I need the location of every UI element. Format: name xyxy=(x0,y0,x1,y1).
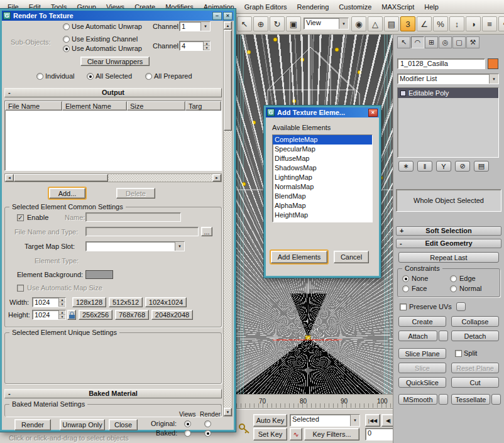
list-item[interactable]: LightingMap xyxy=(273,173,372,182)
chevron-down-icon[interactable]: ▼ xyxy=(339,18,348,29)
scroll-down-icon[interactable]: ▼ xyxy=(224,408,232,416)
attach-list-icon[interactable] xyxy=(439,331,448,341)
cut-button[interactable]: Cut xyxy=(451,377,499,388)
size-128-button[interactable]: 128x128 xyxy=(72,297,106,307)
scale-icon[interactable]: ▣ xyxy=(286,16,301,31)
column-file-name[interactable]: File Name xyxy=(5,101,62,111)
individual-radio[interactable] xyxy=(36,73,43,80)
use-auto-unwrap2-radio[interactable] xyxy=(63,45,70,52)
list-item[interactable]: CompleteMap xyxy=(273,135,372,145)
add-element-button[interactable]: Add... xyxy=(49,188,85,199)
size-256-button[interactable]: 256x256 xyxy=(79,310,112,320)
rollout-soft-selection[interactable]: + Soft Selection xyxy=(396,226,501,236)
constraint-face-radio[interactable] xyxy=(402,285,409,292)
quickslice-button[interactable]: QuickSlice xyxy=(398,377,446,388)
target-map-slot-dropdown[interactable]: ▼ xyxy=(85,241,185,251)
tab-create[interactable]: ↖ xyxy=(397,36,410,48)
baked-views-radio[interactable] xyxy=(184,430,191,437)
reset-plane-button[interactable]: Reset Plane xyxy=(451,363,499,373)
reference-coordinate-dropdown[interactable]: View ▼ xyxy=(304,18,349,30)
cancel-button[interactable]: Cancel xyxy=(334,251,369,263)
list-item[interactable]: SpecularMap xyxy=(273,145,372,154)
constraint-edge-radio[interactable] xyxy=(450,275,457,282)
curve-editor-icon[interactable]: ∿ xyxy=(498,16,504,31)
list-item[interactable]: AlphaMap xyxy=(273,201,372,211)
split-checkbox[interactable] xyxy=(455,350,462,357)
auto-key-button[interactable]: Auto Key xyxy=(253,414,287,427)
tab-hierarchy[interactable]: ⊞ xyxy=(425,36,438,48)
scroll-up-icon[interactable]: ▲ xyxy=(224,21,232,30)
height-spinner[interactable]: 1024 ▲▼ xyxy=(32,310,66,320)
rollout-baked-material[interactable]: - Baked Material xyxy=(4,389,222,398)
channel-dropdown[interactable]: 1 ▼ xyxy=(179,21,211,31)
tab-display[interactable]: ▢ xyxy=(452,36,466,48)
delete-element-button[interactable]: Delete xyxy=(116,188,155,199)
browse-button[interactable]: ... xyxy=(201,227,212,236)
spinner-down-icon[interactable]: ▼ xyxy=(204,46,210,50)
spinner-snap-icon[interactable]: ↕ xyxy=(449,16,464,31)
preserve-uvs-checkbox[interactable] xyxy=(400,304,407,310)
tessellate-settings-icon[interactable] xyxy=(491,394,501,405)
preserve-uvs-settings-icon[interactable] xyxy=(456,302,466,311)
slice-button[interactable]: Slice xyxy=(398,363,446,373)
elements-listbox[interactable]: CompleteMap SpecularMap DiffuseMap Shado… xyxy=(272,134,373,222)
menu-item-help[interactable]: Help xyxy=(419,1,444,13)
key-filters-button[interactable]: Key Filters... xyxy=(304,428,359,440)
detach-button[interactable]: Detach xyxy=(451,331,499,341)
go-to-start-icon[interactable]: |◀◀ xyxy=(365,414,380,427)
size-768-button[interactable]: 768x768 xyxy=(115,310,149,320)
rollout-edit-geometry[interactable]: - Edit Geometry xyxy=(396,239,501,248)
size-512-button[interactable]: 512x512 xyxy=(109,297,143,307)
close-button[interactable]: Close xyxy=(109,419,138,430)
rollout-output[interactable]: - Output xyxy=(4,88,222,97)
unwrap-only-button[interactable]: Unwrap Only xyxy=(60,419,105,430)
chevron-down-icon[interactable]: ▼ xyxy=(175,242,184,251)
list-item[interactable]: ShadowsMap xyxy=(273,163,372,173)
list-item[interactable]: DiffuseMap xyxy=(273,154,372,163)
list-item[interactable]: NormalsMap xyxy=(273,182,372,192)
column-target[interactable]: Targ xyxy=(185,101,221,111)
select-manipulate-icon[interactable]: △ xyxy=(368,16,383,31)
collapse-button[interactable]: Collapse xyxy=(451,316,499,327)
size-2048-button[interactable]: 2048x2048 xyxy=(151,310,193,320)
repeat-last-button[interactable]: Repeat Last xyxy=(398,252,499,263)
spinner-down-icon[interactable]: ▼ xyxy=(59,315,65,319)
column-element-name[interactable]: Element Name xyxy=(62,101,127,111)
spinner-up-icon[interactable]: ▲ xyxy=(59,298,65,302)
track-bar[interactable]: 70 80 90 100 xyxy=(236,394,396,409)
selection-lock-key-icon[interactable] xyxy=(238,422,251,435)
h-scroll-thumb[interactable] xyxy=(14,174,108,182)
mirror-icon[interactable]: ◑ xyxy=(466,16,481,31)
name-field[interactable] xyxy=(85,212,181,222)
tab-utilities[interactable]: ⚒ xyxy=(466,36,479,48)
list-item[interactable]: BlendMap xyxy=(273,192,372,201)
add-dialog-titlebar[interactable]: G Add Texture Eleme... × xyxy=(266,107,379,118)
new-key-curve-icon[interactable]: ∿ xyxy=(290,428,302,440)
close-icon[interactable]: × xyxy=(223,12,233,20)
remove-modifier-icon[interactable]: ⊘ xyxy=(455,161,470,172)
constraint-normal-radio[interactable] xyxy=(450,285,457,292)
enable-checkbox[interactable]: ✓ xyxy=(17,214,24,221)
slice-plane-button[interactable]: Slice Plane xyxy=(398,348,446,359)
scroll-right-icon[interactable]: ► xyxy=(212,174,221,182)
column-size[interactable]: Size xyxy=(127,101,185,111)
snaps-toggle-icon[interactable]: 3 xyxy=(400,16,415,31)
constraint-none-radio[interactable] xyxy=(402,275,409,282)
rtt-v-scrollbar[interactable]: ▲ ▼ xyxy=(223,21,233,417)
menu-item-graph-editors[interactable]: Graph Editors xyxy=(239,1,292,13)
modifier-list-dropdown[interactable]: Modifier List ▼ xyxy=(397,74,499,84)
size-1024-button[interactable]: 1024x1024 xyxy=(145,297,187,307)
scroll-left-icon[interactable]: ◄ xyxy=(5,174,14,182)
width-spinner[interactable]: 1024 ▲▼ xyxy=(32,297,66,307)
object-name-field[interactable]: 1_0128_Casilla xyxy=(397,58,485,69)
output-h-scrollbar[interactable]: ◄ ► xyxy=(4,173,222,182)
percent-snap-icon[interactable]: % xyxy=(433,16,448,31)
baked-render-radio[interactable] xyxy=(204,430,211,437)
selection-set-dropdown[interactable]: Selected ▼ xyxy=(290,414,360,427)
menu-item-customize[interactable]: Customize xyxy=(334,1,376,13)
minimize-icon[interactable]: − xyxy=(212,12,222,20)
pin-stack-icon[interactable]: ∗ xyxy=(398,161,414,172)
tessellate-button[interactable]: Tessellate xyxy=(451,394,490,405)
select-object-icon[interactable]: ↖ xyxy=(237,16,252,31)
menu-item-rendering[interactable]: Rendering xyxy=(292,1,334,13)
